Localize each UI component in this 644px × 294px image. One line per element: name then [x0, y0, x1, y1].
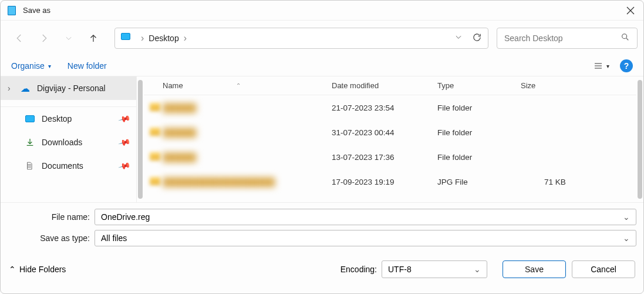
cancel-button[interactable]: Cancel — [572, 260, 635, 278]
footer: ⌃ Hide Folders Encoding: UTF-8 ⌄ Save Ca… — [1, 251, 643, 285]
sidebar-item-label: Downloads — [42, 138, 82, 147]
file-date: 31-07-2023 00:44 — [332, 128, 437, 137]
view-menu[interactable]: ▾ — [594, 61, 609, 71]
file-name: ██████ — [163, 103, 332, 112]
table-row[interactable]: ██████ 31-07-2023 00:44 File folder — [144, 120, 636, 145]
sidebar-item-label: Digvijay - Personal — [37, 83, 106, 93]
savetype-select[interactable]: All files ⌄ — [95, 230, 636, 246]
pin-icon: 📌 — [117, 136, 131, 149]
back-button[interactable] — [9, 28, 30, 49]
file-size: 71 KB — [521, 178, 636, 186]
sidebar-item-downloads[interactable]: Downloads 📌 — [1, 131, 136, 154]
window-title: Save as — [23, 6, 625, 15]
file-type: File folder — [437, 153, 521, 162]
chevron-right-icon: › — [8, 83, 16, 93]
desktop-icon — [121, 33, 132, 44]
search-icon[interactable] — [621, 32, 630, 44]
chevron-up-icon: ⌃ — [9, 265, 16, 274]
recent-button[interactable] — [58, 28, 79, 49]
file-list: Name ⌃ Date modified Type Size ██████ 21… — [137, 76, 643, 202]
chevron-down-icon[interactable]: ⌄ — [623, 233, 630, 243]
sidebar: › ☁ Digvijay - Personal Desktop 📌 Downlo… — [1, 76, 137, 202]
savetype-label: Save as type: — [8, 233, 95, 243]
sidebar-item-label: Desktop — [42, 114, 72, 123]
new-folder-button[interactable]: New folder — [68, 61, 107, 71]
caret-down-icon: ▾ — [48, 63, 51, 69]
file-date: 21-07-2023 23:54 — [332, 103, 437, 112]
toolbar: Organise ▾ New folder ▾ ? — [1, 56, 643, 76]
pin-icon: 📌 — [117, 159, 131, 172]
column-name[interactable]: Name ⌃ — [144, 81, 332, 90]
svg-point-0 — [622, 34, 627, 39]
desktop-icon — [25, 113, 36, 124]
address-bar[interactable]: › Desktop › — [114, 28, 488, 49]
filename-input[interactable]: OneDrive.reg ⌄ — [95, 209, 636, 225]
forward-button[interactable] — [33, 28, 55, 49]
sidebar-item-documents[interactable]: Documents 📌 — [1, 154, 136, 178]
table-row[interactable]: ██████ 13-07-2023 17:36 File folder — [144, 145, 636, 169]
encoding-label: Encoding: — [340, 265, 377, 274]
organise-menu[interactable]: Organise ▾ — [11, 61, 51, 71]
savetype-value: All files — [101, 233, 127, 243]
file-name: ██████ — [163, 153, 332, 162]
pin-icon: 📌 — [117, 112, 131, 125]
sidebar-item-personal[interactable]: › ☁ Digvijay - Personal — [1, 76, 136, 100]
file-icon — [144, 177, 163, 187]
chevron-down-icon[interactable] — [454, 33, 463, 44]
chevron-right-icon: › — [184, 33, 187, 44]
up-button[interactable] — [83, 28, 104, 49]
close-button[interactable] — [625, 5, 636, 16]
hide-folders-label: Hide Folders — [19, 265, 66, 274]
save-button[interactable]: Save — [503, 260, 566, 278]
search-input[interactable] — [504, 34, 621, 43]
column-size[interactable]: Size — [521, 81, 636, 90]
filename-label: File name: — [8, 212, 95, 222]
table-row[interactable]: ████████████████████ 17-09-2023 19:19 JP… — [144, 169, 636, 194]
help-button[interactable]: ? — [620, 59, 633, 72]
sidebar-item-label: Documents — [42, 161, 83, 171]
onedrive-icon: ☁ — [21, 83, 31, 93]
chevron-right-icon: › — [141, 33, 144, 44]
navbar: › Desktop › — [1, 21, 643, 56]
file-icon — [144, 152, 163, 162]
file-date: 17-09-2023 19:19 — [332, 178, 437, 186]
notepad-icon — [8, 6, 17, 15]
filename-value: OneDrive.reg — [101, 212, 150, 222]
column-headers: Name ⌃ Date modified Type Size — [144, 76, 636, 95]
sidebar-item-desktop[interactable]: Desktop 📌 — [1, 107, 136, 131]
titlebar: Save as — [1, 1, 643, 21]
file-name: ██████ — [163, 128, 332, 137]
list-icon — [594, 61, 603, 71]
chevron-down-icon: ⌄ — [474, 265, 481, 274]
scrollbar[interactable] — [638, 80, 642, 199]
file-name: ████████████████████ — [163, 178, 332, 186]
search-box[interactable] — [497, 28, 638, 49]
file-type: File folder — [437, 103, 521, 112]
document-icon — [25, 161, 36, 171]
save-form: File name: OneDrive.reg ⌄ Save as type: … — [1, 202, 643, 246]
file-icon — [144, 103, 163, 113]
refresh-button[interactable] — [472, 32, 482, 45]
column-date[interactable]: Date modified — [332, 81, 437, 90]
file-icon — [144, 128, 163, 138]
main-area: › ☁ Digvijay - Personal Desktop 📌 Downlo… — [1, 76, 643, 202]
column-type[interactable]: Type — [437, 81, 521, 90]
caret-down-icon: ▾ — [606, 63, 609, 69]
encoding-select[interactable]: UTF-8 ⌄ — [382, 260, 487, 278]
sort-up-icon: ⌃ — [236, 82, 241, 89]
file-type: JPG File — [437, 178, 521, 186]
table-row[interactable]: ██████ 21-07-2023 23:54 File folder — [144, 95, 636, 120]
file-type: File folder — [437, 128, 521, 137]
download-icon — [25, 137, 36, 148]
encoding-value: UTF-8 — [388, 265, 412, 274]
organise-label: Organise — [11, 61, 45, 71]
address-location: Desktop — [149, 34, 178, 43]
divider — [1, 100, 136, 107]
hide-folders-button[interactable]: ⌃ Hide Folders — [9, 265, 66, 274]
file-date: 13-07-2023 17:36 — [332, 153, 437, 162]
scrollbar[interactable] — [138, 80, 143, 199]
chevron-down-icon[interactable]: ⌄ — [623, 212, 630, 222]
